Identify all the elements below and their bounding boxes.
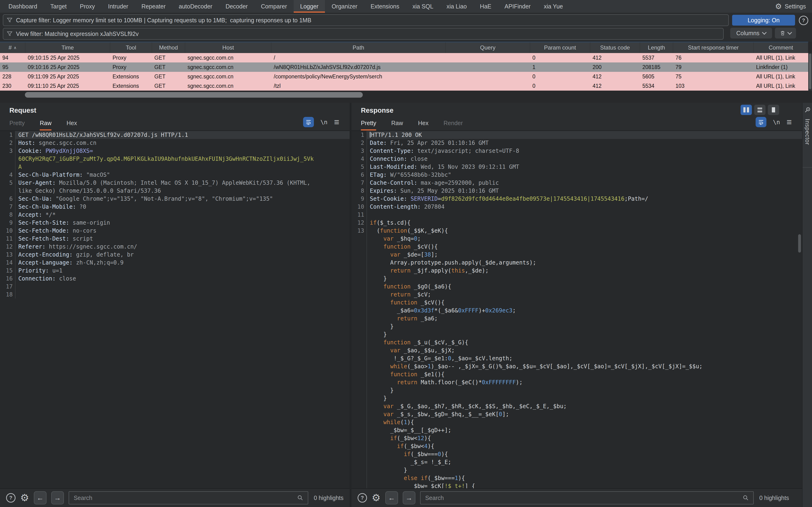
- code-line: return _$a6;: [352, 315, 802, 323]
- column-header-query[interactable]: Query: [446, 42, 530, 53]
- request-tab-pretty[interactable]: Pretty: [9, 120, 25, 130]
- cell: sgnec.sgcc.com.cn: [185, 81, 271, 91]
- column-header-length[interactable]: Length: [640, 42, 673, 53]
- response-panel: Response PrettyRawHexRender \n ≡ 1HTTP/1…: [352, 103, 802, 507]
- tab-target[interactable]: Target: [44, 0, 73, 13]
- cell: 76: [673, 53, 754, 62]
- cell: GET: [152, 62, 185, 72]
- tab-logger[interactable]: Logger: [294, 0, 325, 13]
- response-search-toolbar: ? ⚙ ← → 0 highlights: [352, 488, 802, 507]
- word-wrap-icon[interactable]: [756, 117, 766, 127]
- tab-repeater[interactable]: Repeater: [135, 0, 172, 13]
- table-row[interactable]: 9509:10:16 25 Apr 2025ProxyGETsgnec.sgcc…: [0, 62, 808, 72]
- layout-columns-button[interactable]: [741, 105, 752, 115]
- help-icon[interactable]: ?: [6, 493, 15, 503]
- code-line: 4Sec-Ch-Ua-Platform: "macOS": [0, 171, 350, 179]
- column-header-num[interactable]: #∧: [0, 42, 26, 53]
- request-tab-hex[interactable]: Hex: [66, 120, 77, 130]
- cell: [446, 53, 530, 62]
- chevron-down-icon: [762, 30, 767, 35]
- cell: Extensions: [110, 72, 152, 81]
- column-header-param-count[interactable]: Param count: [530, 42, 590, 53]
- request-editor[interactable]: 1GET /wN8QR01HsLbZ/xJahSVSLf92v.d07207d.…: [0, 131, 350, 488]
- highlights-count: 0 highlights: [314, 495, 344, 501]
- column-header-method[interactable]: Method: [152, 42, 185, 53]
- table-row[interactable]: 23009:11:10 25 Apr 2025ExtensionsGETsgne…: [0, 81, 808, 91]
- next-match-button[interactable]: →: [51, 491, 64, 504]
- cell: All URL (1), Link: [754, 81, 808, 91]
- tab-hae[interactable]: HaE: [473, 0, 498, 13]
- code-line: if(_$bw<4){: [352, 442, 802, 450]
- response-tab-hex[interactable]: Hex: [418, 120, 428, 130]
- table-vertical-scrollbar[interactable]: [808, 53, 812, 91]
- code-line: function _$gO(_$a6){: [352, 283, 802, 291]
- code-line: 6Sec-Ch-Ua: "Google Chrome";v="135", "No…: [0, 195, 350, 203]
- column-header-status-code[interactable]: Status code: [590, 42, 640, 53]
- column-header-tool[interactable]: Tool: [110, 42, 152, 53]
- code-line: 2Date: Fri, 25 Apr 2025 01:10:16 GMT: [352, 139, 802, 147]
- table-row[interactable]: 22809:11:09 25 Apr 2025ExtensionsGETsgne…: [0, 72, 808, 81]
- tab-organizer[interactable]: Organizer: [325, 0, 364, 13]
- layout-rows-button[interactable]: [754, 105, 765, 115]
- view-filter-bar[interactable]: View filter: Matching expression xJahSVS…: [3, 28, 724, 40]
- cell: GET: [152, 81, 185, 91]
- newline-toggle-icon[interactable]: \n: [320, 119, 327, 125]
- column-header-time[interactable]: Time: [26, 42, 110, 53]
- newline-toggle-icon[interactable]: \n: [773, 119, 780, 125]
- delete-rows-button[interactable]: [775, 28, 796, 39]
- tab-comparer[interactable]: Comparer: [254, 0, 294, 13]
- response-editor-icons: \n ≡: [756, 117, 792, 127]
- code-line: 12Referer: https://sgnec.sgcc.com.cn/: [0, 243, 350, 251]
- help-icon[interactable]: ?: [358, 493, 367, 503]
- code-line: var _$hq=0;: [352, 235, 802, 243]
- word-wrap-icon[interactable]: [303, 117, 314, 127]
- tab-intruder[interactable]: Intruder: [101, 0, 135, 13]
- tab-xia-liao[interactable]: xia Liao: [440, 0, 473, 13]
- response-tab-pretty[interactable]: Pretty: [361, 120, 376, 130]
- cell: sgnec.sgcc.com.cn: [185, 53, 271, 62]
- column-header-start-response-timer[interactable]: Start response timer: [673, 42, 754, 53]
- layout-single-button[interactable]: [768, 105, 779, 115]
- column-header-path[interactable]: Path: [271, 42, 446, 53]
- scrollbar-thumb[interactable]: [809, 54, 811, 89]
- code-line: _$a6=0x3d3f*(_$a6&0xFFFF)+0x269ec3;: [352, 306, 802, 315]
- response-editor[interactable]: 1HTTP/1.1 200 OK2Date: Fri, 25 Apr 2025 …: [352, 131, 802, 488]
- capture-filter-bar[interactable]: Capture filter: Logger memory limit set …: [3, 14, 729, 26]
- help-icon[interactable]: ?: [799, 16, 808, 25]
- next-match-button[interactable]: →: [403, 491, 415, 504]
- response-tab-render[interactable]: Render: [444, 120, 463, 130]
- settings-button[interactable]: ⚙ Settings: [769, 0, 812, 13]
- inspector-tab[interactable]: Inspector: [803, 103, 812, 168]
- tab-apifinder[interactable]: APIFinder: [498, 0, 537, 13]
- horizontal-scrollbar[interactable]: [25, 92, 363, 98]
- previous-match-button[interactable]: ←: [34, 491, 47, 504]
- column-header-comment[interactable]: Comment: [754, 42, 808, 53]
- tab-extensions[interactable]: Extensions: [364, 0, 406, 13]
- request-tab-raw[interactable]: Raw: [40, 120, 51, 130]
- tab-proxy[interactable]: Proxy: [73, 0, 101, 13]
- search-input[interactable]: [425, 494, 743, 502]
- tab-xia-yue[interactable]: xia Yue: [537, 0, 569, 13]
- tab-xia-sql[interactable]: xia SQL: [406, 0, 440, 13]
- editor-menu-icon[interactable]: ≡: [786, 118, 792, 126]
- table-row[interactable]: 9409:10:15 25 Apr 2025ProxyGETsgnec.sgcc…: [0, 53, 808, 62]
- response-panel-header: Response PrettyRawHexRender \n ≡: [352, 103, 802, 131]
- logging-toggle-button[interactable]: Logging: On: [732, 15, 795, 25]
- cell: 228: [0, 72, 26, 81]
- response-scrollbar-thumb[interactable]: [798, 234, 801, 252]
- gear-icon[interactable]: ⚙: [372, 493, 380, 503]
- search-input[interactable]: [73, 494, 297, 502]
- editor-menu-icon[interactable]: ≡: [334, 118, 339, 126]
- gear-icon[interactable]: ⚙: [20, 493, 29, 503]
- columns-button[interactable]: Columns: [730, 28, 772, 39]
- code-line: 2Host: sgnec.sgcc.com.cn: [0, 139, 350, 147]
- column-header-host[interactable]: Host: [185, 42, 271, 53]
- previous-match-button[interactable]: ←: [385, 491, 398, 504]
- code-line: if(_$bw<12){: [352, 434, 802, 442]
- tab-dashboard[interactable]: Dashboard: [2, 0, 44, 13]
- tab-decoder[interactable]: Decoder: [219, 0, 254, 13]
- tab-autodecoder[interactable]: autoDecoder: [172, 0, 219, 13]
- layout-buttons: [741, 105, 779, 115]
- cell: 103: [673, 81, 754, 91]
- response-tab-raw[interactable]: Raw: [391, 120, 403, 130]
